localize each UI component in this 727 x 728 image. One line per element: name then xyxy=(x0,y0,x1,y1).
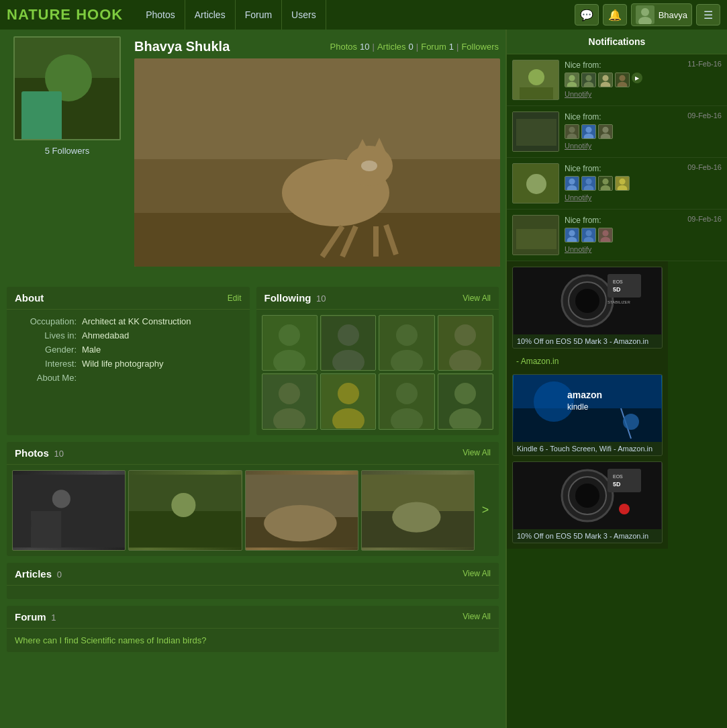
ad-item-3[interactable]: EOS 5D 10% Off on EOS 5D Mark 3 - Amazon… xyxy=(512,461,663,543)
svg-point-73 xyxy=(569,127,575,133)
photo-thumb-3[interactable] xyxy=(245,470,358,551)
following-header: Following 10 View All xyxy=(256,287,499,310)
ad-item-2[interactable]: amazon kindle Kindle 6 - Touch Screen, W… xyxy=(512,374,663,456)
notif-unnotify-4[interactable]: Unnotify xyxy=(565,245,722,253)
notif-av-2-2[interactable] xyxy=(581,124,596,139)
nav-photos[interactable]: Photos xyxy=(136,0,185,30)
svg-point-104 xyxy=(602,230,608,236)
notif-date-3: 09-Feb-16 xyxy=(687,163,722,171)
svg-point-34 xyxy=(338,383,359,404)
svg-point-54 xyxy=(392,502,440,532)
notif-av-1-4[interactable] xyxy=(615,73,630,87)
svg-point-124 xyxy=(575,484,599,508)
notif-av-3-2[interactable] xyxy=(581,176,596,191)
notif-avatars-4 xyxy=(565,228,722,242)
svg-point-82 xyxy=(526,174,546,194)
nav-users[interactable]: Users xyxy=(282,0,326,30)
articles-header: Articles 0 View All xyxy=(7,563,499,586)
svg-text:EOS: EOS xyxy=(613,474,623,479)
notif-av-3-1[interactable] xyxy=(565,176,579,191)
stat-photos-link[interactable]: Photos xyxy=(330,42,357,52)
following-avatar-7[interactable] xyxy=(379,373,434,429)
following-title-area: Following 10 xyxy=(264,292,326,304)
notification-item-4: Nice from: 09-Feb-16 Unnotify xyxy=(507,210,727,261)
following-avatar-1[interactable] xyxy=(262,315,318,371)
gender-label: Gender: xyxy=(15,345,82,355)
photo-thumb-2[interactable] xyxy=(128,470,242,551)
articles-title: Articles xyxy=(15,568,52,580)
notifications-panel: Notifications Nice from: 11-Feb-16 ▶ Unn… xyxy=(505,30,727,728)
notif-date-4: 09-Feb-16 xyxy=(687,215,722,223)
about-lives-row: Lives in: Ahmedabad xyxy=(15,330,242,340)
following-avatar-4[interactable] xyxy=(438,315,493,371)
svg-point-109 xyxy=(575,289,599,313)
nav-username: Bhavya xyxy=(659,10,687,20)
user-menu[interactable]: Bhavya xyxy=(631,3,692,26)
notif-av-1-3[interactable] xyxy=(598,73,613,87)
messages-button[interactable]: 💬 xyxy=(575,4,599,26)
nav-forum[interactable]: Forum xyxy=(236,0,282,30)
about-edit-link[interactable]: Edit xyxy=(228,293,242,303)
hamburger-button[interactable]: ☰ xyxy=(696,4,720,26)
stat-forum-link[interactable]: Forum xyxy=(421,42,446,52)
notif-avatars-1: ▶ xyxy=(565,73,722,87)
stat-articles-link[interactable]: Articles xyxy=(377,42,406,52)
svg-text:5D: 5D xyxy=(613,481,621,488)
notif-thumb-4[interactable] xyxy=(512,215,559,255)
amazon-link[interactable]: - Amazon.in xyxy=(512,354,663,369)
notif-unnotify-3[interactable]: Unnotify xyxy=(565,193,722,201)
notifications-button[interactable]: 🔔 xyxy=(603,4,627,26)
notif-av-1-1[interactable] xyxy=(565,73,579,87)
stat-followers-link[interactable]: Followers xyxy=(461,42,499,52)
profile-right: Bhavya Shukla Photos 10 | Articles 0 | F… xyxy=(128,36,499,267)
notif-av-3-4[interactable] xyxy=(615,176,630,191)
svg-point-68 xyxy=(619,75,625,81)
photos-title-area: Photos 10 xyxy=(15,447,64,459)
about-title: About xyxy=(15,292,44,304)
notif-av-4-3[interactable] xyxy=(598,228,613,242)
notif-av-2-3[interactable] xyxy=(598,124,613,139)
photos-view-all[interactable]: View All xyxy=(463,448,491,457)
photos-next-button[interactable]: > xyxy=(477,502,493,518)
svg-text:STABILIZER: STABILIZER xyxy=(608,300,631,304)
svg-point-17 xyxy=(361,161,377,171)
svg-text:EOS: EOS xyxy=(613,279,623,284)
svg-point-120 xyxy=(623,414,639,430)
photos-header: Photos 10 View All xyxy=(7,442,499,465)
photo-thumb-1[interactable] xyxy=(12,470,126,551)
profile-name: Bhavya Shukla xyxy=(134,39,230,54)
stat-photos-count: 10 xyxy=(360,42,369,52)
following-avatar-8[interactable] xyxy=(438,373,493,429)
stat-articles-count: 0 xyxy=(409,42,414,52)
notification-item-2: Nice from: 09-Feb-16 Unnotify xyxy=(507,106,727,158)
following-avatar-2[interactable] xyxy=(320,315,376,371)
forum-thread-link[interactable]: Where can I find Scientific names of Ind… xyxy=(15,635,206,645)
profile-left: 5 Followers xyxy=(7,36,128,156)
notif-av-4-1[interactable] xyxy=(565,228,579,242)
notif-play-1[interactable]: ▶ xyxy=(632,73,642,83)
notif-thumb-3[interactable] xyxy=(512,163,559,203)
notif-nice-from-1: Nice from: xyxy=(565,60,601,70)
following-avatar-5[interactable] xyxy=(262,373,318,429)
following-view-all[interactable]: View All xyxy=(463,293,491,303)
notif-av-4-2[interactable] xyxy=(581,228,596,242)
following-avatar-6[interactable] xyxy=(320,373,376,429)
photo-thumb-4[interactable] xyxy=(361,470,475,551)
photos-section: Photos 10 View All > xyxy=(7,442,499,556)
notif-unnotify-2[interactable]: Unnotify xyxy=(565,142,722,150)
notif-thumb-2[interactable] xyxy=(512,111,559,152)
notif-av-1-2[interactable] xyxy=(581,73,596,87)
ad-item-1[interactable]: EOS 5D STABILIZER 10% Off on EOS 5D Mark… xyxy=(512,267,663,349)
forum-view-all[interactable]: View All xyxy=(463,612,491,621)
notif-thumb-1[interactable] xyxy=(512,60,559,100)
navbar: Nature Hook Photos Articles Forum Users … xyxy=(0,0,727,30)
following-avatar-3[interactable] xyxy=(379,315,434,371)
notif-av-3-3[interactable] xyxy=(598,176,613,191)
notif-av-2-1[interactable] xyxy=(565,124,579,139)
articles-view-all[interactable]: View All xyxy=(463,569,491,578)
nav-articles[interactable]: Articles xyxy=(185,0,236,30)
notif-unnotify-1[interactable]: Unnotify xyxy=(565,90,722,98)
svg-point-93 xyxy=(619,179,625,185)
notif-date-2: 09-Feb-16 xyxy=(687,111,722,120)
photos-grid: > xyxy=(7,465,499,556)
